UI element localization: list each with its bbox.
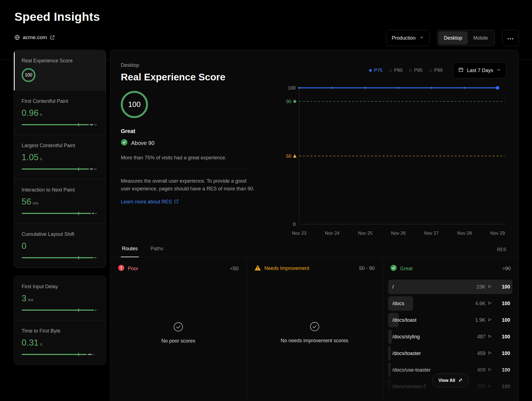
sidebar-item-interaction-to-next-paint[interactable]: Interaction to Next Paint 56 ms [14,179,106,223]
rating-label: Great [121,128,251,134]
legend-p75[interactable]: P75 [369,68,382,73]
great-column: Great >90 / 23K 100 / [382,257,518,400]
score-ring-small: 100 [22,68,35,82]
legend-p99[interactable]: P99 [429,68,443,73]
route-row[interactable]: /docs 4.6K 100 [388,295,512,312]
needs-improvement-empty-text: No needs improvement scores [281,338,348,344]
sample-dots-icon [488,301,492,306]
metric-value: 0.96 [22,108,39,118]
score-value: 100 [128,100,140,109]
metric-label: Time to First Byte [22,328,98,334]
ellipsis-icon [507,35,513,41]
expand-icon [459,378,463,383]
distribution-bar [22,123,98,126]
route-views: 487 [477,334,485,340]
metric-page-title: Real Experience Score [121,71,251,83]
distribution-bar [22,353,98,356]
device-tab-desktop[interactable]: Desktop [438,31,468,45]
route-views: 23K [477,284,485,290]
route-views: 4.6K [475,301,485,307]
metric-unit: ms [33,201,38,205]
xtick: Nov 27 [424,231,439,236]
chevron-down-icon [497,68,501,73]
view-all-button[interactable]: View All [432,374,469,387]
domain-name[interactable]: acme.com [23,34,47,40]
distribution-bar [22,167,98,171]
metric-value: 0.31 [22,338,39,348]
needs-improvement-empty-state: No needs improvement scores [247,321,382,344]
poor-header: Poor <50 [110,257,246,277]
score-value: 100 [25,73,32,78]
warning-triangle-icon [254,265,261,272]
sidebar-item-largest-contentful-paint[interactable]: Largest Contentful Paint 1.05 s [14,135,106,179]
traffic-bar [388,330,392,344]
sample-dots-icon [488,367,492,372]
summary-text: More than 75% of visits had a great expe… [121,155,251,161]
p75-tick-marker [78,353,79,356]
unit-label: RES [497,247,506,257]
route-score: 100 [494,334,510,340]
threshold-50-marker [293,154,297,158]
needs-improvement-label: Needs Improvement [264,265,309,271]
circle-check-icon [173,322,183,333]
tab-routes[interactable]: Routes [121,246,139,257]
route-row[interactable]: /docs/toast 1.9K 100 [388,312,512,328]
tab-paths[interactable]: Paths [149,246,164,257]
radio-dot-icon [369,69,372,72]
device-tab-mobile[interactable]: Mobile [468,31,493,45]
xtick: Nov 29 [490,231,505,236]
route-row[interactable]: /docs/styling 487 100 [388,328,512,345]
main-panel: Desktop Real Experience Score 100 Great … [110,50,519,401]
route-row[interactable]: /docs/toaster 459 100 [388,345,512,362]
p75-tick-marker [78,167,79,171]
distribution-bar [22,256,98,259]
speed-insights-page: Speed Insights acme.com Production [0,0,532,401]
sidebar-item-first-contentful-paint[interactable]: First Contentful Paint 0.96 s [14,90,106,135]
metric-unit: s [40,156,42,161]
view-all-label: View All [438,378,455,383]
date-range-selector[interactable]: Last 7 Days [453,62,506,78]
more-options-button[interactable] [502,30,519,46]
metric-value: 0 [22,241,27,251]
metric-label: First Input Delay [22,284,98,290]
external-link-icon [50,35,55,40]
external-link-icon [174,199,179,205]
routes-paths-tabs: Routes Paths RES [110,239,518,257]
poor-empty-state: No poor scores [110,322,246,344]
radio-dot-icon [409,69,412,72]
ytick-100: 100 [288,85,296,91]
sidebar-item-first-input-delay[interactable]: First Input Delay 3 ms [14,276,106,320]
environment-selector[interactable]: Production [386,30,430,46]
legend-label: P95 [414,68,422,73]
device-label: Desktop [121,62,251,68]
xtick: Nov 26 [391,231,406,236]
overview-column: Desktop Real Experience Score 100 Great … [121,62,251,237]
sidebar-item-cumulative-layout-shift[interactable]: Cumulative Layout Shift 0 [14,223,106,268]
legend-p90[interactable]: P90 [389,68,402,73]
check-circle-icon [121,139,128,147]
route-row[interactable]: / 23K 100 [388,279,512,295]
description-text: Measures the overall user experience. To… [121,177,257,193]
route-score: 100 [494,301,510,307]
calendar-icon [458,67,464,74]
domain-row[interactable]: acme.com [14,34,55,40]
legacy-metrics-group: First Input Delay 3 ms Time to First Byt… [14,276,106,365]
score-ring-large: 100 [121,91,148,118]
threshold-row: Above 90 [121,139,251,147]
overview-divider [121,169,250,169]
circle-check-icon [310,321,320,333]
route-views: 459 [477,351,485,356]
sample-dots-icon [488,318,492,323]
needs-improvement-header: Needs Improvement 50 - 90 [247,257,382,277]
legend-p95[interactable]: P95 [409,68,422,73]
metric-label: Largest Contentful Paint [22,143,98,149]
device-toggle: Desktop Mobile [437,30,495,46]
sidebar-item-time-to-first-byte[interactable]: Time to First Byte 0.31 s [14,320,106,364]
needs-improvement-range: 50 - 90 [359,265,375,271]
legend-label: P99 [434,68,443,73]
p75-tick-marker [78,123,79,126]
res-line-chart: 100 90 50 0 Nov 23 Nov 24 Nov 25 Nov 26 … [255,82,506,237]
learn-more-link[interactable]: Learn more about RES [121,199,179,205]
poor-label: Poor [128,266,138,272]
sidebar-item-real-experience-score[interactable]: Real Experience Score 100 [14,50,106,90]
